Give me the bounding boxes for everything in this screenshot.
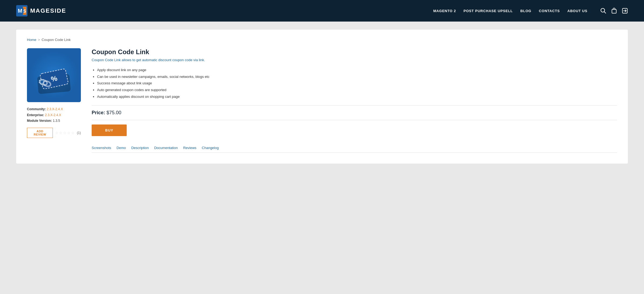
breadcrumb-home[interactable]: Home (27, 38, 36, 42)
cart-icon[interactable] (611, 8, 617, 14)
nav-about-us[interactable]: ABOUT US (567, 9, 587, 13)
module-version-value: 1.3.5 (53, 119, 60, 123)
product-image-svg: % (30, 51, 78, 99)
nav-contacts[interactable]: CONTACTS (539, 9, 560, 13)
breadcrumb-separator: > (38, 38, 40, 42)
site-header: M S MAGESIDE MAGENTO 2 POST PURCHASE UPS… (0, 0, 644, 22)
review-row: ADD REVIEW ☆ ☆ ☆ ☆ ☆ (1) (27, 128, 81, 138)
tabs-row: Screenshots Demo Description Documentati… (92, 146, 617, 153)
svg-line-5 (604, 12, 606, 13)
product-subtitle: Coupon Code Link allows to get automatic… (92, 58, 617, 62)
divider-1 (92, 105, 617, 106)
tab-description[interactable]: Description (131, 146, 154, 150)
tab-changelog[interactable]: Changelog (202, 146, 224, 150)
stars: ☆ ☆ ☆ ☆ ☆ (55, 131, 75, 135)
tab-reviews[interactable]: Reviews (183, 146, 202, 150)
product-left: % Community: 2.3.X-2.4.X (27, 48, 81, 138)
nav-blog[interactable]: BLOG (520, 9, 531, 13)
price-row: Price: $75.00 (92, 110, 617, 116)
feature-5: Automatically applies discount on shoppi… (97, 94, 617, 100)
feature-list: Apply discount link on any page Can be u… (92, 67, 617, 100)
star-3: ☆ (63, 131, 67, 135)
nav-post-purchase[interactable]: POST PURCHASE UPSELL (463, 9, 513, 13)
product-right: Coupon Code Link Coupon Code Link allows… (92, 48, 617, 153)
product-meta: Community: 2.3.X-2.4.X Enterprise: 2.3.X… (27, 106, 63, 124)
module-version-label: Module Version: (27, 119, 52, 123)
buy-button[interactable]: BUY (92, 124, 127, 136)
content-card: Home > Coupon Code Link (16, 30, 628, 164)
review-count: (1) (77, 131, 81, 135)
search-icon[interactable] (600, 8, 606, 14)
svg-text:M: M (18, 8, 22, 14)
login-icon[interactable] (622, 8, 628, 14)
enterprise-label: Enterprise: (27, 113, 44, 117)
add-review-button[interactable]: ADD REVIEW (27, 128, 53, 138)
price-value: $75.00 (106, 110, 121, 115)
product-layout: % Community: 2.3.X-2.4.X (27, 48, 617, 153)
community-label: Community: (27, 107, 46, 111)
product-title: Coupon Code Link (92, 48, 617, 56)
svg-rect-6 (612, 9, 616, 13)
logo[interactable]: M S MAGESIDE (16, 5, 66, 16)
breadcrumb: Home > Coupon Code Link (27, 38, 617, 42)
feature-2: Can be used in newsletter campaigns, ema… (97, 74, 617, 80)
header-icons (600, 8, 628, 14)
page-wrapper: Home > Coupon Code Link (0, 22, 644, 294)
tab-demo[interactable]: Demo (116, 146, 131, 150)
feature-3: Success message about link usage (97, 80, 617, 87)
star-1: ☆ (55, 131, 58, 135)
logo-text: MAGESIDE (30, 7, 66, 14)
star-5: ☆ (71, 131, 75, 135)
nav-magento2[interactable]: MAGENTO 2 (433, 9, 456, 13)
star-4: ☆ (67, 131, 71, 135)
product-image: % (27, 48, 81, 102)
tab-screenshots[interactable]: Screenshots (92, 146, 116, 150)
tab-documentation[interactable]: Documentation (154, 146, 183, 150)
main-nav: MAGENTO 2 POST PURCHASE UPSELL BLOG CONT… (433, 8, 628, 14)
feature-1: Apply discount link on any page (97, 67, 617, 74)
enterprise-value: 2.3.X-2.4.X (45, 113, 61, 117)
community-value: 2.3.X-2.4.X (47, 107, 63, 111)
star-2: ☆ (59, 131, 63, 135)
breadcrumb-current: Coupon Code Link (42, 38, 71, 42)
svg-text:S: S (23, 9, 26, 13)
divider-2 (92, 120, 617, 120)
price-label: Price: (92, 110, 105, 115)
feature-4: Auto generated coupon codes are supporte… (97, 87, 617, 94)
